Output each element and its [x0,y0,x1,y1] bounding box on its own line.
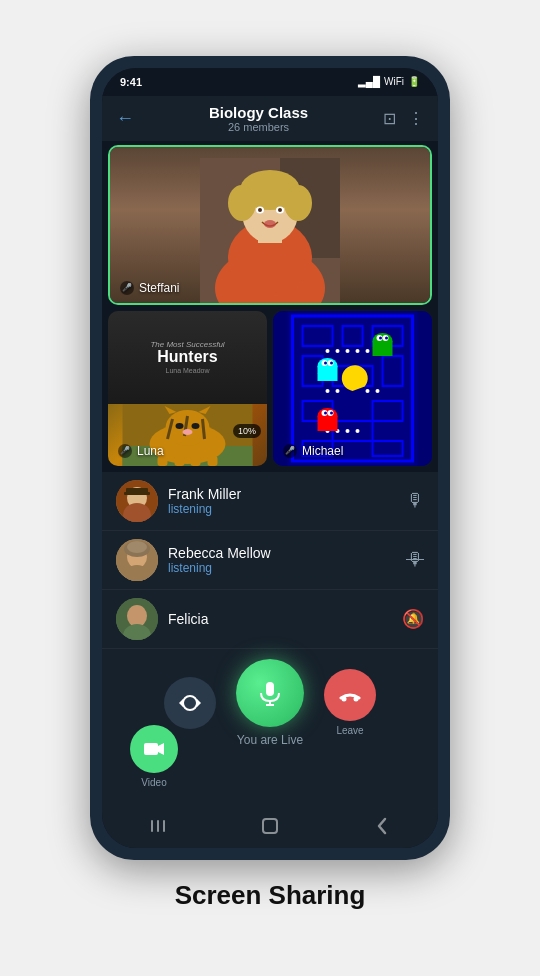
header-center: Biology Class 26 members [144,104,373,133]
volume-badge: 10% [233,424,261,438]
svg-point-50 [366,389,370,393]
svg-point-45 [346,349,350,353]
rebecca-name: Rebecca Mellow [168,545,396,561]
svg-point-44 [336,349,340,353]
svg-point-23 [183,429,193,435]
video-grid: 🎤 Steffani The Most Successful Hunters L… [102,141,438,472]
mic-active-icon: 🎤 [120,281,134,295]
svg-point-43 [326,349,330,353]
frank-info: Frank Miller listening [168,486,396,516]
more-options-icon[interactable]: ⋮ [408,109,424,128]
svg-rect-28 [191,456,201,466]
svg-point-7 [228,185,256,221]
svg-point-92 [342,697,347,702]
svg-point-11 [258,208,262,212]
frank-status: listening [168,502,396,516]
back-button[interactable]: ← [116,108,134,129]
michael-mic-icon: 🎤 [283,444,297,458]
svg-rect-96 [151,820,153,832]
luna-label: 🎤 Luna [118,444,164,458]
svg-rect-78 [124,492,150,495]
felicia-avatar [116,598,158,640]
participant-frank: Frank Miller listening 🎙 [102,472,438,531]
end-call-icon [339,684,361,706]
svg-point-12 [278,208,282,212]
svg-line-20 [203,419,205,439]
sync-circle [164,677,216,729]
frank-name: Frank Miller [168,486,396,502]
video-label: Video [141,777,166,788]
header-actions: ⊡ ⋮ [383,109,424,128]
svg-rect-99 [263,819,277,833]
small-video-row: The Most Successful Hunters Luna Meadow [108,311,432,466]
nav-back-icon[interactable] [362,811,402,841]
status-icons: ▂▄█ WiFi 🔋 [358,76,420,87]
sync-icon [179,692,201,714]
svg-point-54 [346,429,350,433]
felicia-name: Felicia [168,611,392,627]
nav-home-icon[interactable] [250,811,290,841]
wifi-icon: WiFi [384,76,404,87]
felicia-mic-icon: 🔕 [402,608,424,630]
svg-point-61 [330,361,333,364]
rebecca-mic-muted-icon: 🎙 [406,549,424,570]
svg-rect-27 [175,456,185,466]
frank-avatar [116,480,158,522]
status-time: 9:41 [120,76,142,88]
svg-point-13 [264,220,276,228]
mic-circle [236,659,304,727]
nav-menu-icon[interactable] [138,811,178,841]
svg-point-73 [385,336,388,339]
luna-name: Luna [137,444,164,458]
rebecca-info: Rebecca Mellow listening [168,545,396,575]
chat-header: ← Biology Class 26 members ⊡ ⋮ [102,96,438,141]
frank-avatar-img [116,480,158,522]
phone-frame: 9:41 ▂▄█ WiFi 🔋 ← Biology Class 26 membe… [90,56,450,860]
michael-label: 🎤 Michael [283,444,343,458]
participant-felicia: Felicia 🔕 [102,590,438,649]
page-wrapper: 9:41 ▂▄█ WiFi 🔋 ← Biology Class 26 membe… [0,36,540,941]
participants-list: Frank Miller listening 🎙 [102,472,438,649]
svg-point-85 [127,605,147,627]
chat-title: Biology Class [144,104,373,121]
svg-point-8 [284,185,312,221]
svg-point-66 [324,411,327,414]
svg-point-47 [366,349,370,353]
mic-main-icon [256,679,284,707]
svg-point-93 [354,697,359,702]
steffani-avatar [200,158,340,305]
member-count: 26 members [144,121,373,133]
michael-name: Michael [302,444,343,458]
signal-icon: ▂▄█ [358,76,380,87]
svg-point-83 [127,541,147,553]
sync-button[interactable] [164,677,216,729]
luna-book-cover: The Most Successful Hunters Luna Meadow [108,311,267,404]
rebecca-avatar-img [116,539,158,581]
felicia-info: Felicia [168,611,392,627]
leave-circle [324,669,376,721]
participant-rebecca: Rebecca Mellow listening 🎙 [102,531,438,590]
rebecca-status: listening [168,561,396,575]
video-circle [130,725,178,773]
screen-share-icon[interactable]: ⊡ [383,109,396,128]
pacman-svg [273,311,432,466]
svg-point-67 [330,411,333,414]
luna-video: The Most Successful Hunters Luna Meadow [108,311,267,466]
video-button[interactable]: Video [130,725,178,788]
svg-marker-95 [158,743,164,755]
michael-video: 🎤 Michael [273,311,432,466]
svg-point-72 [379,336,382,339]
nav-bar [102,808,438,848]
main-video-steffani: 🎤 Steffani [108,145,432,305]
svg-rect-94 [144,743,158,755]
book-main-title: Hunters [157,349,217,365]
battery-icon: 🔋 [408,76,420,87]
felicia-avatar-img [116,598,158,640]
video-icon [143,738,165,760]
svg-point-49 [336,389,340,393]
svg-point-46 [356,349,360,353]
frank-mic-icon: 🎙 [406,490,424,511]
svg-point-55 [356,429,360,433]
status-bar: 9:41 ▂▄█ WiFi 🔋 [102,68,438,96]
luna-mic-icon: 🎤 [118,444,132,458]
